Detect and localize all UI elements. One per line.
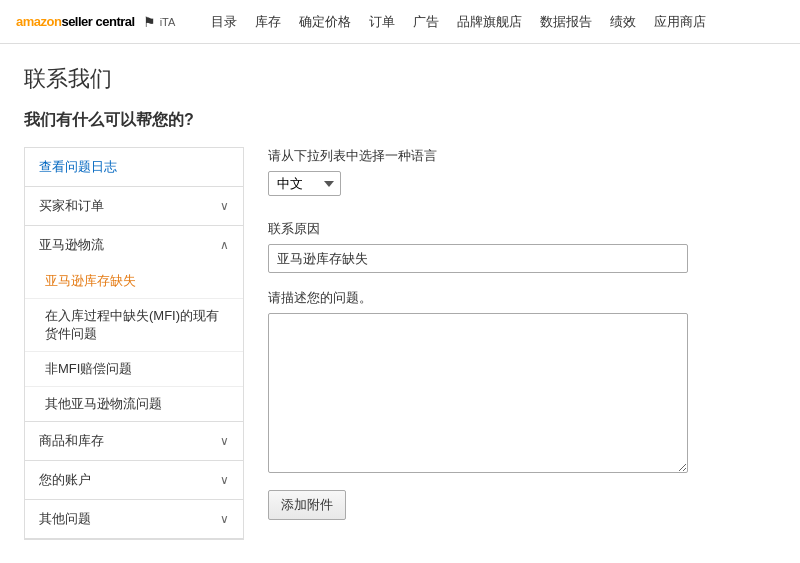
accordion-label-fba: 亚马逊物流: [39, 236, 104, 254]
logo-area: amazonseller central ⚑ iTA: [16, 14, 191, 30]
contact-reason-input[interactable]: [268, 244, 688, 273]
sidebar-item-fba-other[interactable]: 其他亚马逊物流问题: [25, 387, 243, 421]
sidebar-accordion-fba: 亚马逊物流 ∧ 亚马逊库存缺失 在入库过程中缺失(MFI)的现有货件问题 非MF…: [25, 226, 243, 422]
nav-menu: 目录 库存 确定价格 订单 广告 品牌旗舰店 数据报告 绩效 应用商店: [211, 13, 706, 31]
sidebar-accordion-header-products[interactable]: 商品和库存 ∨: [25, 422, 243, 460]
chevron-account: ∨: [220, 473, 229, 487]
main-layout: 查看问题日志 买家和订单 ∨ 亚马逊物流 ∧ 亚马逊库存缺失 在入库过程中缺失(…: [24, 147, 776, 540]
sidebar: 查看问题日志 买家和订单 ∨ 亚马逊物流 ∧ 亚马逊库存缺失 在入库过程中缺失(…: [24, 147, 244, 540]
sidebar-item-fba-mfi[interactable]: 在入库过程中缺失(MFI)的现有货件问题: [25, 299, 243, 352]
accordion-label-products: 商品和库存: [39, 432, 104, 450]
nav-catalog[interactable]: 目录: [211, 13, 237, 31]
sidebar-item-fba-missing[interactable]: 亚马逊库存缺失: [25, 264, 243, 299]
page-title: 联系我们: [24, 64, 776, 94]
sidebar-accordion-header-other[interactable]: 其他问题 ∨: [25, 500, 243, 538]
amazon-logo: amazonseller central: [16, 14, 135, 29]
sidebar-accordion-header-fba[interactable]: 亚马逊物流 ∧: [25, 226, 243, 264]
sidebar-item-fba-nonmfi[interactable]: 非MFI赔偿问题: [25, 352, 243, 387]
chevron-other: ∨: [220, 512, 229, 526]
chevron-fba: ∧: [220, 238, 229, 252]
sidebar-accordion-header-buyers[interactable]: 买家和订单 ∨: [25, 187, 243, 225]
view-issue-log-link[interactable]: 查看问题日志: [25, 148, 243, 187]
sidebar-accordion-other: 其他问题 ∨: [25, 500, 243, 539]
contact-reason-label: 联系原因: [268, 220, 776, 238]
accordion-label-buyers: 买家和订单: [39, 197, 104, 215]
accordion-label-other: 其他问题: [39, 510, 91, 528]
form-area: 请从下拉列表中选择一种语言 中文 English 联系原因 请描述您的问题。 添…: [268, 147, 776, 540]
contact-reason-group: 联系原因: [268, 220, 776, 289]
language-select-wrapper: 请从下拉列表中选择一种语言 中文 English: [268, 147, 776, 196]
nav-orders[interactable]: 订单: [369, 13, 395, 31]
chevron-buyers: ∨: [220, 199, 229, 213]
attach-button[interactable]: 添加附件: [268, 490, 346, 520]
nav-inventory[interactable]: 库存: [255, 13, 281, 31]
nav-reports[interactable]: 数据报告: [540, 13, 592, 31]
accordion-label-account: 您的账户: [39, 471, 91, 489]
language-select[interactable]: 中文 English: [268, 171, 341, 196]
sidebar-accordion-products: 商品和库存 ∨: [25, 422, 243, 461]
sidebar-accordion-header-account[interactable]: 您的账户 ∨: [25, 461, 243, 499]
describe-label: 请描述您的问题。: [268, 289, 776, 307]
nav-advertising[interactable]: 广告: [413, 13, 439, 31]
seller-central-label: seller central: [61, 14, 134, 29]
describe-group: 请描述您的问题。: [268, 289, 776, 490]
language-label: 请从下拉列表中选择一种语言: [268, 147, 776, 165]
nav-brand[interactable]: 品牌旗舰店: [457, 13, 522, 31]
sidebar-accordion-body-fba: 亚马逊库存缺失 在入库过程中缺失(MFI)的现有货件问题 非MFI赔偿问题 其他…: [25, 264, 243, 421]
page-content: 联系我们 我们有什么可以帮您的? 查看问题日志 买家和订单 ∨ 亚马逊物流 ∧ …: [0, 44, 800, 560]
sidebar-accordion-account: 您的账户 ∨: [25, 461, 243, 500]
chevron-products: ∨: [220, 434, 229, 448]
flag-icon: ⚑: [143, 14, 156, 30]
sidebar-accordion-buyers: 买家和订单 ∨: [25, 187, 243, 226]
section-subtitle: 我们有什么可以帮您的?: [24, 110, 776, 131]
nav-appstore[interactable]: 应用商店: [654, 13, 706, 31]
nav-performance[interactable]: 绩效: [610, 13, 636, 31]
describe-textarea[interactable]: [268, 313, 688, 473]
header: amazonseller central ⚑ iTA 目录 库存 确定价格 订单…: [0, 0, 800, 44]
nav-pricing[interactable]: 确定价格: [299, 13, 351, 31]
ita-badge: iTA: [160, 16, 176, 28]
